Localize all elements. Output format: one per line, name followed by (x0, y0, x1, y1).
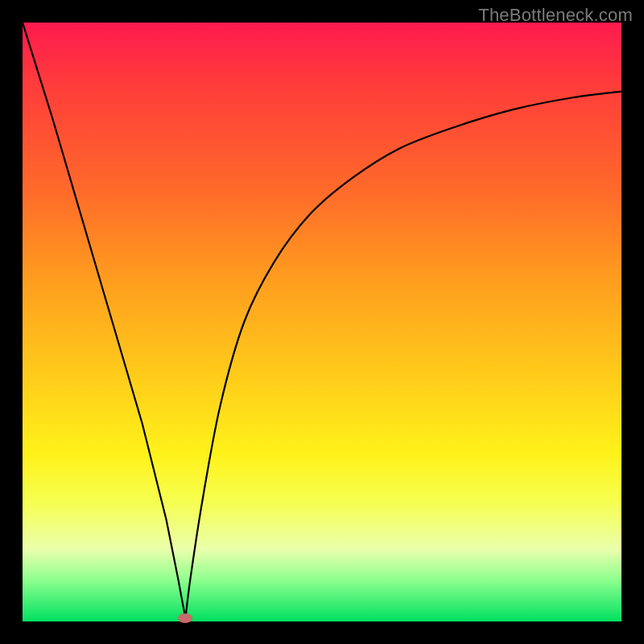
chart-plot-area (23, 23, 621, 621)
minimum-point-marker (178, 613, 192, 623)
watermark-text: TheBottleneck.com (478, 5, 633, 26)
bottleneck-curve (23, 23, 621, 621)
